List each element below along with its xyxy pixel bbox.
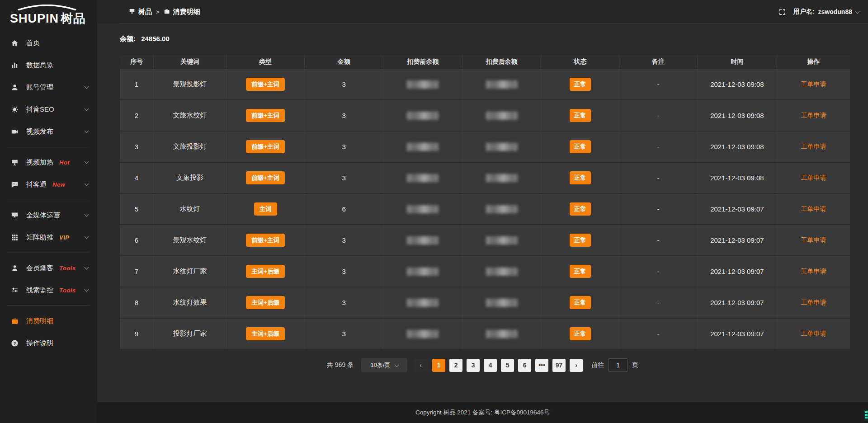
- sidebar-item-account-manage[interactable]: 账号管理: [0, 76, 97, 99]
- floating-widget[interactable]: [864, 410, 868, 421]
- grid-icon: [11, 234, 20, 242]
- chevron-down-icon: [85, 265, 89, 270]
- sidebar-item-douyin-seo[interactable]: 抖音SEO: [0, 99, 97, 121]
- cell-amount: 3: [305, 318, 383, 349]
- type-badge: 主词: [254, 202, 277, 216]
- next-page-button[interactable]: ›: [570, 359, 583, 372]
- screen-icon: [11, 159, 20, 167]
- work-order-link[interactable]: 工单申请: [801, 268, 826, 275]
- cell-action: 工单申请: [777, 69, 850, 100]
- cell-action: 工单申请: [777, 162, 850, 193]
- sidebar-item-label: 矩阵助推: [26, 233, 53, 242]
- cell-pre-balance: [383, 162, 462, 193]
- cell-action: 工单申请: [777, 256, 850, 287]
- main-content: 余额: 24856.00 序号关键词类型金额扣费前余额扣费后余额状态备注时间操作…: [97, 24, 868, 402]
- chevron-down-icon: [855, 9, 860, 14]
- sidebar-item-video-publish[interactable]: 视频发布: [0, 121, 97, 143]
- cell-index: 2: [120, 100, 153, 131]
- masked-value: [486, 174, 518, 182]
- work-order-link[interactable]: 工单申请: [801, 112, 826, 119]
- sidebar-item-member-burst[interactable]: 会员爆客 Tools: [0, 257, 97, 279]
- work-order-link[interactable]: 工单申请: [801, 299, 826, 306]
- user-menu[interactable]: 用户名: zswodun88: [793, 8, 859, 16]
- goto-page-input[interactable]: [608, 358, 628, 372]
- sidebar-item-label: 视频加热: [26, 158, 53, 167]
- cell-amount: 3: [305, 287, 383, 318]
- sidebar-item-matrix-boost[interactable]: 矩阵助推 VIP: [0, 226, 97, 249]
- work-order-link[interactable]: 工单申请: [801, 143, 826, 150]
- cell-remark: -: [619, 256, 698, 287]
- page-button-1[interactable]: 1: [432, 359, 445, 372]
- sidebar-item-home[interactable]: 首页: [0, 32, 97, 54]
- sidebar-divider: [7, 253, 90, 253]
- breadcrumb-item[interactable]: 消费明细: [164, 8, 200, 16]
- masked-value: [407, 112, 439, 120]
- page-button-5[interactable]: 5: [501, 359, 514, 372]
- sidebar-item-video-heat[interactable]: 视频加热 Hot: [0, 151, 97, 174]
- masked-value: [407, 80, 439, 89]
- prev-page-button[interactable]: ‹: [414, 359, 427, 372]
- sidebar-item-clue-monitor[interactable]: 线索监控 Tools: [0, 279, 97, 301]
- cell-remark: -: [619, 162, 698, 193]
- masked-value: [407, 174, 439, 182]
- page-button-3[interactable]: 3: [467, 359, 480, 372]
- type-badge: 主词+后缀: [246, 327, 285, 341]
- cell-time: 2021-12-03 09:08: [697, 69, 777, 100]
- work-order-link[interactable]: 工单申请: [801, 330, 826, 337]
- page-size-select[interactable]: 10条/页: [361, 358, 407, 372]
- cell-keyword: 景观水纹灯: [153, 225, 226, 256]
- cell-amount: 6: [305, 193, 383, 225]
- fullscreen-icon[interactable]: [778, 8, 786, 16]
- sidebar-item-tag: Tools: [59, 287, 76, 294]
- masked-value: [407, 143, 439, 151]
- cell-remark: -: [619, 69, 698, 100]
- cell-type: 前缀+主词: [226, 225, 305, 256]
- sidebar-divider: [7, 200, 90, 200]
- sidebar-item-douketong[interactable]: 抖客通 New: [0, 174, 97, 196]
- masked-value: [486, 268, 518, 276]
- cell-index: 4: [120, 162, 153, 193]
- work-order-link[interactable]: 工单申请: [801, 80, 826, 88]
- total-count: 共 969 条: [327, 361, 354, 369]
- page-button-2[interactable]: 2: [449, 359, 462, 372]
- work-order-link[interactable]: 工单申请: [801, 174, 826, 181]
- cell-post-balance: [462, 287, 541, 318]
- monitor-icon: [11, 212, 20, 220]
- cell-post-balance: [462, 318, 541, 349]
- question-icon: ?: [11, 339, 20, 348]
- page-button-4[interactable]: 4: [484, 359, 497, 372]
- sidebar-item-help[interactable]: ? 操作说明: [0, 332, 97, 354]
- cell-pre-balance: [383, 131, 462, 162]
- page-buttons: 123456•••97: [432, 359, 566, 372]
- type-badge: 前缀+主词: [246, 171, 285, 185]
- masked-value: [407, 236, 439, 244]
- cell-type: 主词+后缀: [226, 287, 305, 318]
- chevron-down-icon: [394, 362, 399, 367]
- breadcrumb-label: 树品: [138, 8, 152, 16]
- sidebar-item-label: 首页: [26, 39, 40, 47]
- page-button-6[interactable]: 6: [518, 359, 531, 372]
- goto-label: 前往: [591, 361, 604, 369]
- sidebar-item-media-operation[interactable]: 全媒体运营: [0, 204, 97, 226]
- page-button-97[interactable]: 97: [552, 359, 566, 372]
- cell-time: 2021-12-03 09:08: [697, 100, 777, 131]
- sidebar-item-consume-detail[interactable]: 消费明细: [0, 310, 97, 332]
- person-icon: [11, 264, 20, 273]
- cell-keyword: 投影灯厂家: [153, 318, 226, 349]
- page-button-•••[interactable]: •••: [535, 359, 548, 372]
- breadcrumb-item[interactable]: 树品: [129, 8, 152, 16]
- balance-label: 余额:: [120, 35, 136, 42]
- table-row: 2 文旅水纹灯 前缀+主词 3 正常 - 2021-12-03 09:08 工单…: [120, 100, 850, 131]
- cell-remark: -: [619, 193, 698, 225]
- work-order-link[interactable]: 工单申请: [801, 205, 826, 212]
- bar-chart-icon: [11, 61, 20, 70]
- cell-type: 主词: [226, 193, 305, 225]
- cell-status: 正常: [541, 318, 619, 349]
- table-row: 5 水纹灯 主词 6 正常 - 2021-12-03 09:07 工单申请: [120, 193, 850, 225]
- sidebar-item-data-overview[interactable]: 数据总览: [0, 54, 97, 76]
- column-header: 金额: [305, 55, 383, 69]
- work-order-link[interactable]: 工单申请: [801, 236, 826, 244]
- sidebar-item-tag: New: [52, 181, 65, 188]
- chevron-down-icon: [85, 212, 89, 217]
- table-row: 7 水纹灯厂家 主词+后缀 3 正常 - 2021-12-03 09:07 工单…: [120, 256, 850, 287]
